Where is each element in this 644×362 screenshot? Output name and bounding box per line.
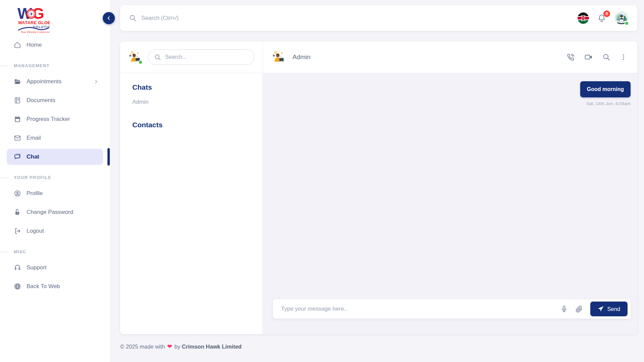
chat-list: Chats Admin Contacts xyxy=(120,73,263,139)
folder-icon xyxy=(14,78,21,85)
footer-copyright: © 2025 made with xyxy=(120,344,165,350)
chat-search-box xyxy=(148,49,255,65)
search-icon xyxy=(154,54,161,61)
sidebar-item-progress-tracker[interactable]: Progress Tracker xyxy=(7,111,103,127)
sidebar-item-logout[interactable]: Logout xyxy=(7,223,103,239)
message-input[interactable] xyxy=(281,306,560,312)
chevron-left-icon xyxy=(106,15,111,21)
user-avatar[interactable] xyxy=(614,11,629,25)
chevron-right-icon xyxy=(93,79,99,85)
logo-tagline: Your Destiny Connector xyxy=(21,30,50,34)
sidebar-item-home[interactable]: Home xyxy=(7,37,103,53)
sidebar-item-label: Change Password xyxy=(27,209,73,216)
sidebar-item-profile[interactable]: Profile xyxy=(7,185,103,201)
sidebar-item-label: Logout xyxy=(27,228,44,234)
conversation-header: Admin xyxy=(263,41,637,73)
footer-by: by xyxy=(175,344,180,350)
sidebar-item-label: Progress Tracker xyxy=(27,116,70,123)
brand-logo[interactable]: W G ✈ WATARE GLOBAL SOLUTIONS Your Desti… xyxy=(0,0,110,37)
document-icon xyxy=(14,97,21,104)
conversation-title: Admin xyxy=(292,53,311,61)
search-icon xyxy=(129,14,137,22)
mail-icon xyxy=(14,134,21,142)
section-label-misc: MISC xyxy=(7,249,103,254)
sidebar-item-label: Documents xyxy=(27,97,55,104)
global-search-input[interactable] xyxy=(141,15,578,21)
more-menu-button[interactable] xyxy=(620,53,627,61)
message-composer: Send xyxy=(273,299,631,319)
message-bubble: Good morning xyxy=(580,81,631,97)
chat-list-item-admin[interactable]: Admin xyxy=(132,99,250,105)
notification-badge: 0 xyxy=(603,10,610,17)
sidebar-item-email[interactable]: Email xyxy=(7,130,103,146)
chat-search-input[interactable] xyxy=(165,54,248,60)
send-button[interactable]: Send xyxy=(590,302,628,316)
logout-icon xyxy=(14,227,21,235)
microphone-icon[interactable] xyxy=(560,305,568,313)
sidebar-collapse-button[interactable] xyxy=(103,12,115,24)
notifications-button[interactable]: 0 xyxy=(597,13,606,23)
sidebar-item-label: Appointments xyxy=(27,78,61,85)
message-timestamp: Sat, 14th Jun. 4:04am xyxy=(580,101,631,106)
contacts-heading: Contacts xyxy=(132,121,250,129)
online-status-dot xyxy=(138,60,143,64)
attachment-icon[interactable] xyxy=(575,305,583,313)
sidebar-item-label: Home xyxy=(27,42,42,48)
sidebar-item-chat[interactable]: Chat xyxy=(7,149,103,165)
heart-icon: ❤ xyxy=(167,343,172,350)
conversation-panel: Admin Go xyxy=(263,41,637,334)
message-group-outgoing: Good morning Sat, 14th Jun. 4:04am xyxy=(580,81,631,106)
conversation-body: Good morning Sat, 14th Jun. 4:04am xyxy=(263,73,637,334)
top-app-bar: 0 xyxy=(120,5,637,31)
user-icon xyxy=(14,190,21,197)
lock-open-icon xyxy=(14,209,21,216)
sidebar-item-documents[interactable]: Documents xyxy=(7,92,103,108)
voice-call-button[interactable] xyxy=(566,53,575,61)
sidebar-item-back-to-web[interactable]: Back To Web xyxy=(7,278,103,295)
sidebar-item-appointments[interactable]: Appointments xyxy=(7,74,103,90)
chat-app-card: Chats Admin Contacts Admin xyxy=(120,41,637,334)
chat-sidebar-header xyxy=(120,41,263,73)
conversation-avatar-illustration xyxy=(272,50,286,64)
sidebar-item-support[interactable]: Support xyxy=(7,260,103,276)
video-call-button[interactable] xyxy=(584,53,593,61)
main-content: 0 xyxy=(110,0,644,362)
conversation-search-button[interactable] xyxy=(602,53,610,61)
chat-sidebar-panel: Chats Admin Contacts xyxy=(120,41,263,334)
chat-icon xyxy=(14,153,21,161)
section-label-your-profile: YOUR PROFILE xyxy=(7,175,103,180)
sidebar-item-label: Support xyxy=(27,264,47,271)
watare-global-logo-graphic: W G ✈ WATARE GLOBAL SOLUTIONS Your Desti… xyxy=(17,5,50,34)
sidebar: W G ✈ WATARE GLOBAL SOLUTIONS Your Desti… xyxy=(0,0,110,362)
my-chat-avatar[interactable] xyxy=(128,50,142,64)
sidebar-item-label: Profile xyxy=(27,190,43,197)
conversation-actions xyxy=(566,53,627,61)
sidebar-item-change-password[interactable]: Change Password xyxy=(7,204,103,220)
sidebar-nav: Home MANAGEMENT Appointments Documents P… xyxy=(0,37,110,295)
chats-heading: Chats xyxy=(132,83,250,91)
footer-company-link[interactable]: Crimson Hawk Limited xyxy=(182,344,242,350)
sidebar-item-label: Back To Web xyxy=(27,283,60,290)
logo-name: WATARE GLOBAL xyxy=(18,20,50,25)
online-status-dot xyxy=(625,21,629,26)
logo-plane-icon: ✈ xyxy=(29,11,34,17)
conversation-avatar[interactable] xyxy=(272,50,286,64)
sidebar-item-label: Chat xyxy=(27,153,39,160)
globe-icon xyxy=(14,283,21,290)
send-plane-icon xyxy=(598,306,604,312)
send-label: Send xyxy=(607,306,620,312)
sidebar-item-label: Email xyxy=(27,135,41,141)
language-flag-kenya[interactable] xyxy=(578,12,589,24)
calendar-icon xyxy=(14,116,21,123)
footer: © 2025 made with ❤ by Crimson Hawk Limit… xyxy=(120,343,637,350)
section-label-management: MANAGEMENT xyxy=(7,63,103,68)
headset-icon xyxy=(14,264,21,271)
home-icon xyxy=(14,41,21,49)
